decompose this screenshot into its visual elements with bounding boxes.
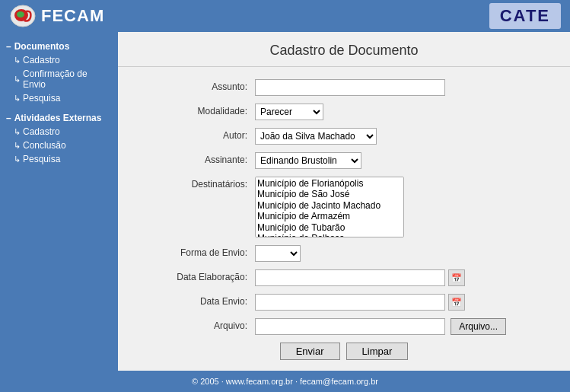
footer: © 2005 · www.fecam.org.br · fecam@fecam.… [0,371,570,392]
arquivo-control: Arquivo... [255,318,540,335]
assinante-row: Assinante: Edinando Brustolin [148,152,540,169]
data-elaboracao-label: Data Elaboração: [148,269,255,282]
forma-envio-select[interactable] [255,245,301,262]
forma-envio-control [255,245,540,262]
data-elaboracao-row: Data Elaboração: 📅 [148,269,540,286]
footer-text: © 2005 · www.fecam.org.br · fecam@fecam.… [192,377,378,386]
data-envio-control: 📅 [255,294,540,311]
arquivo-label: Arquivo: [148,318,255,331]
app-title: CATE [489,3,561,29]
data-envio-input[interactable] [255,294,445,311]
assinante-label: Assinante: [148,152,255,165]
assunto-control [255,79,540,96]
autor-select[interactable]: João da Silva Machado [255,128,377,145]
autor-row: Autor: João da Silva Machado [148,128,540,145]
arquivo-input[interactable] [255,318,445,335]
autor-control: João da Silva Machado [255,128,540,145]
sidebar: Documentos Cadastro Confirmação de Envio… [0,32,118,371]
sidebar-item-conclusao[interactable]: Conclusão [0,139,118,152]
limpar-button[interactable]: Limpar [346,343,409,360]
fecam-logo-icon [9,4,37,28]
arquivo-button[interactable]: Arquivo... [451,318,506,335]
sidebar-section-documentos: Documentos [0,38,118,53]
sidebar-item-confirmacao[interactable]: Confirmação de Envio [0,67,118,91]
forma-envio-label: Forma de Envio: [148,245,255,258]
data-elaboracao-calendar-icon[interactable]: 📅 [448,269,465,286]
destinatarios-label: Destinatários: [148,177,255,190]
assunto-input[interactable] [255,79,445,96]
form-buttons: Enviar Limpar [148,343,540,360]
forma-envio-row: Forma de Envio: [148,245,540,262]
main-content: Cadastro de Documento Assunto: Modalidad… [118,32,570,371]
logo-text: FECAM [41,6,104,26]
data-envio-label: Data Envio: [148,294,255,307]
assinante-select[interactable]: Edinando Brustolin [255,152,361,169]
logo-area: FECAM [9,4,104,28]
assinante-control: Edinando Brustolin [255,152,540,169]
destinatarios-listbox[interactable]: Município de Florianópolis Município de … [255,177,404,237]
form-area: Assunto: Modalidade: Parecer Ofício Circ… [118,67,570,371]
destinatarios-control: Município de Florianópolis Município de … [255,177,540,237]
data-elaboracao-control: 📅 [255,269,540,286]
sidebar-item-atividades-pesquisa[interactable]: Pesquisa [0,152,118,166]
page-title: Cadastro de Documento [118,32,570,67]
assunto-row: Assunto: [148,79,540,96]
autor-label: Autor: [148,128,255,141]
sidebar-section-atividades: Atividades Externas [0,110,118,125]
svg-point-2 [17,11,24,18]
header: FECAM CATE [0,0,570,32]
destinatarios-row: Destinatários: Município de Florianópoli… [148,177,540,237]
data-elaboracao-input[interactable] [255,269,445,286]
modalidade-control: Parecer Ofício Circular [255,104,540,120]
assunto-label: Assunto: [148,79,255,92]
data-envio-row: Data Envio: 📅 [148,294,540,311]
modalidade-row: Modalidade: Parecer Ofício Circular [148,104,540,120]
sidebar-item-pesquisa[interactable]: Pesquisa [0,91,118,105]
modalidade-select[interactable]: Parecer Ofício Circular [255,104,323,120]
arquivo-row: Arquivo: Arquivo... [148,318,540,335]
sidebar-item-atividades-cadastro[interactable]: Cadastro [0,125,118,139]
modalidade-label: Modalidade: [148,104,255,116]
sidebar-item-cadastro[interactable]: Cadastro [0,53,118,67]
data-envio-calendar-icon[interactable]: 📅 [448,294,465,311]
enviar-button[interactable]: Enviar [280,343,340,360]
layout: Documentos Cadastro Confirmação de Envio… [0,32,570,371]
